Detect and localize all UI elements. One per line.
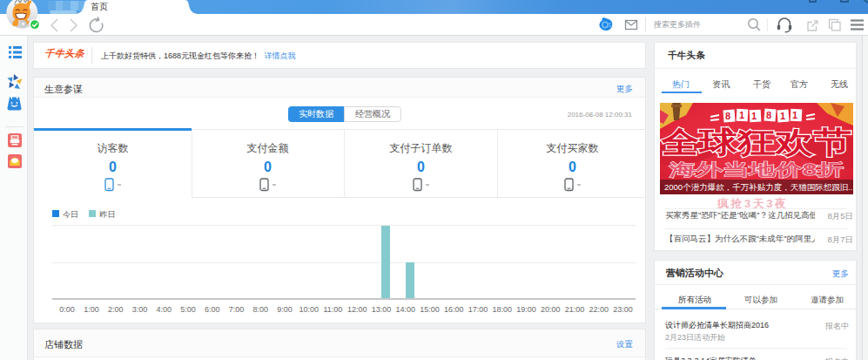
svg-text:全球狂欢节: 全球狂欢节 [661, 126, 851, 159]
svg-text:1: 1 [792, 110, 797, 120]
svg-text:8: 8 [766, 110, 771, 120]
svg-text:1: 1 [780, 111, 785, 121]
svg-text:海外当地价8折: 海外当地价8折 [668, 160, 844, 179]
svg-text:1: 1 [739, 110, 744, 120]
svg-text:1: 1 [751, 111, 757, 121]
svg-text:8: 8 [725, 111, 730, 121]
svg-text:2000个潜力爆款，千万补贴力度，天猫国际想跟旧...: 2000个潜力爆款，千万补贴力度，天猫国际想跟旧... [664, 182, 853, 192]
